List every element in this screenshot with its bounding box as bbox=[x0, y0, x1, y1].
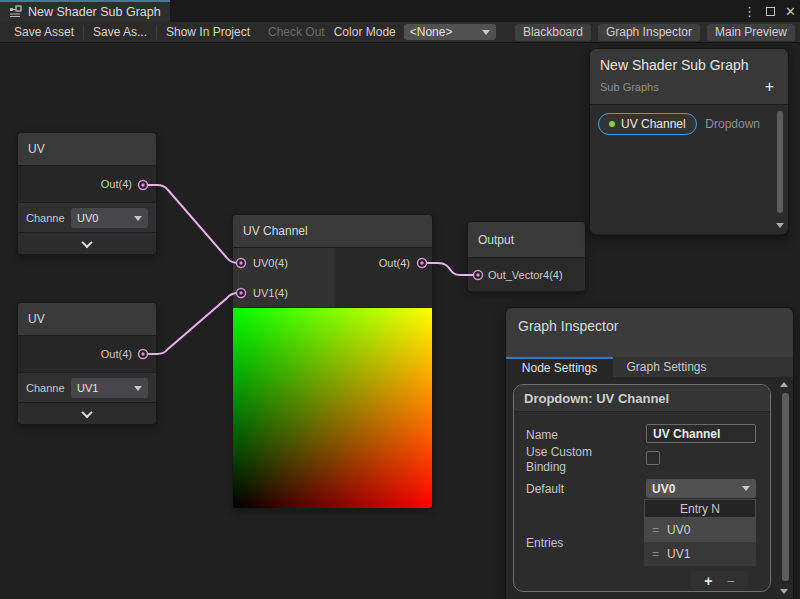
graph-inspector-panel: Graph Inspector Node Settings Graph Sett… bbox=[506, 308, 793, 599]
channel-dropdown-value: UV0 bbox=[77, 212, 98, 224]
chevron-down-icon bbox=[81, 236, 92, 247]
output-port-label: Out(4) bbox=[379, 248, 410, 278]
use-custom-binding-checkbox[interactable] bbox=[646, 451, 660, 465]
add-property-button[interactable]: + bbox=[765, 79, 778, 95]
property-name: UV Channel bbox=[621, 117, 686, 131]
entries-list-footer: + − bbox=[691, 571, 748, 591]
shader-graph-window: UV Out(4) Channe UV0 UV Out(4) Channe UV… bbox=[0, 0, 800, 599]
dropdown-settings-section: Dropdown: UV Channel Name UV Channel Use… bbox=[513, 384, 771, 592]
chevron-down-icon bbox=[482, 30, 490, 35]
node-port-row: Out(4) bbox=[18, 166, 156, 203]
tab-title: New Shader Sub Graph bbox=[28, 5, 161, 19]
node-uv-channel[interactable]: UV Channel UV0(4) UV1(4) Out(4) bbox=[233, 215, 432, 508]
check-out-button: Check Out bbox=[259, 22, 334, 43]
section-title: Dropdown: UV Channel bbox=[514, 385, 770, 412]
channel-label: Channe bbox=[26, 212, 65, 224]
blackboard-subtitle: Sub Graphs bbox=[600, 81, 659, 93]
inspector-tabstrip: Node Settings Graph Settings bbox=[506, 357, 793, 377]
node-title[interactable]: Output bbox=[468, 222, 585, 258]
maximize-icon[interactable] bbox=[766, 7, 775, 16]
save-as-button[interactable]: Save As... bbox=[84, 22, 156, 43]
entries-column-header: Entry N bbox=[644, 499, 756, 518]
inspector-header: Graph Inspector bbox=[506, 308, 793, 357]
default-label: Default bbox=[526, 482, 564, 496]
add-entry-button[interactable]: + bbox=[704, 574, 712, 588]
scroll-down-icon[interactable] bbox=[776, 223, 784, 228]
node-title[interactable]: UV bbox=[18, 303, 156, 336]
color-mode-value: <None> bbox=[410, 25, 453, 39]
property-row: UV Channel Dropdown bbox=[598, 113, 778, 135]
more-menu-icon[interactable]: ⋮ bbox=[743, 5, 756, 18]
output-port-row: Out_Vector4(4) bbox=[468, 258, 585, 291]
inspector-scrollbar[interactable] bbox=[782, 393, 789, 581]
channel-dropdown[interactable]: UV0 bbox=[71, 208, 148, 228]
blackboard-toggle-button[interactable]: Blackboard bbox=[515, 24, 591, 41]
close-icon[interactable]: ✕ bbox=[785, 5, 796, 18]
node-uv-bottom[interactable]: UV Out(4) Channe UV1 bbox=[18, 303, 156, 424]
node-output[interactable]: Output Out_Vector4(4) bbox=[468, 222, 585, 291]
blackboard-body: UV Channel Dropdown bbox=[590, 105, 788, 234]
name-field[interactable]: UV Channel bbox=[646, 424, 756, 443]
node-body: UV0(4) UV1(4) Out(4) bbox=[233, 248, 432, 308]
channel-dropdown-value: UV1 bbox=[77, 382, 98, 394]
default-dropdown-value: UV0 bbox=[652, 482, 675, 496]
main-preview-toggle-button[interactable]: Main Preview bbox=[707, 24, 795, 41]
drag-handle-icon[interactable]: = bbox=[652, 547, 659, 561]
color-mode-dropdown[interactable]: <None> bbox=[404, 24, 496, 40]
output-ports-column: Out(4) bbox=[335, 248, 432, 307]
channel-label: Channe bbox=[26, 382, 65, 394]
node-collapse-button[interactable] bbox=[18, 403, 156, 424]
blackboard-scrollbar[interactable] bbox=[777, 111, 783, 213]
inspector-title: Graph Inspector bbox=[518, 318, 781, 334]
chevron-down-icon bbox=[742, 486, 750, 491]
blackboard-header: New Shader Sub Graph Sub Graphs + bbox=[590, 49, 788, 105]
inspector-content: Dropdown: UV Channel Name UV Channel Use… bbox=[506, 377, 793, 599]
exposed-dot-icon bbox=[609, 121, 615, 127]
chevron-down-icon bbox=[134, 386, 142, 391]
shader-graph-tab[interactable]: New Shader Sub Graph bbox=[0, 0, 170, 22]
chevron-down-icon bbox=[134, 216, 142, 221]
scroll-down-icon[interactable] bbox=[780, 589, 788, 594]
window-tab-bar: New Shader Sub Graph ⋮ ✕ bbox=[0, 0, 800, 22]
default-dropdown[interactable]: UV0 bbox=[646, 479, 756, 498]
entry-row-uv0[interactable]: = UV0 bbox=[644, 518, 756, 542]
graph-inspector-toggle-button[interactable]: Graph Inspector bbox=[598, 24, 700, 41]
window-controls: ⋮ ✕ bbox=[743, 0, 796, 22]
channel-row: Channe UV1 bbox=[18, 373, 156, 403]
entries-label: Entries bbox=[526, 536, 563, 550]
node-collapse-button[interactable] bbox=[18, 233, 156, 254]
entry-row-uv1[interactable]: = UV1 bbox=[644, 542, 756, 566]
node-title[interactable]: UV Channel bbox=[233, 215, 432, 248]
edge-uvbottom-to-uv1[interactable] bbox=[143, 293, 241, 354]
input-port-uv1: UV1(4) bbox=[233, 278, 335, 308]
node-port-row: Out(4) bbox=[18, 336, 156, 373]
use-custom-binding-label: Use Custom Binding bbox=[526, 445, 626, 475]
chevron-down-icon bbox=[81, 406, 92, 417]
port-label: Out(4) bbox=[101, 348, 132, 360]
graph-toolbar: Save Asset Save As... Show In Project Ch… bbox=[0, 22, 800, 43]
node-title[interactable]: UV bbox=[18, 133, 156, 166]
property-pill-uv-channel[interactable]: UV Channel bbox=[598, 113, 697, 135]
entry-value: UV0 bbox=[667, 523, 690, 537]
uv-gradient-preview bbox=[233, 308, 432, 508]
scroll-up-icon[interactable] bbox=[780, 382, 788, 387]
channel-dropdown[interactable]: UV1 bbox=[71, 378, 148, 398]
port-label: Out(4) bbox=[101, 178, 132, 190]
input-port-uv0: UV0(4) bbox=[233, 248, 335, 278]
edge-uvtop-to-uv0[interactable] bbox=[143, 185, 241, 263]
entry-value: UV1 bbox=[667, 547, 690, 561]
input-ports-column: UV0(4) UV1(4) bbox=[233, 248, 335, 307]
tab-node-settings[interactable]: Node Settings bbox=[506, 357, 613, 377]
shader-graph-icon bbox=[8, 5, 22, 19]
show-in-project-button[interactable]: Show In Project bbox=[157, 22, 259, 43]
property-type: Dropdown bbox=[705, 117, 760, 131]
color-mode-label: Color Mode bbox=[334, 25, 404, 39]
tab-graph-settings[interactable]: Graph Settings bbox=[613, 357, 720, 377]
remove-entry-button[interactable]: − bbox=[727, 574, 735, 588]
name-label: Name bbox=[526, 428, 558, 442]
channel-row: Channe UV0 bbox=[18, 203, 156, 233]
node-uv-top[interactable]: UV Out(4) Channe UV0 bbox=[18, 133, 156, 254]
drag-handle-icon[interactable]: = bbox=[652, 523, 659, 537]
blackboard-panel: New Shader Sub Graph Sub Graphs + UV Cha… bbox=[590, 49, 788, 235]
save-asset-button[interactable]: Save Asset bbox=[5, 22, 83, 43]
